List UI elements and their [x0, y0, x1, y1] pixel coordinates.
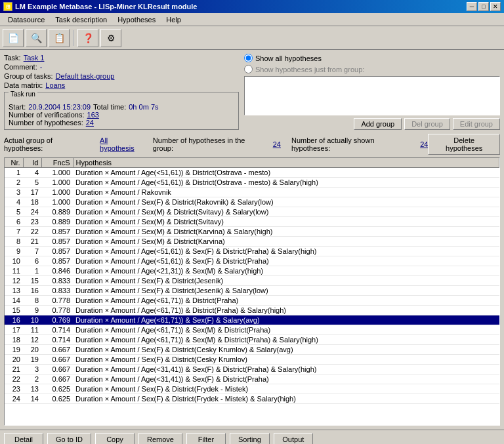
table-row[interactable]: 7220.857Duration × Amount / Sex(M) & Dis…: [5, 227, 499, 237]
table-row[interactable]: 20190.667Duration × Amount / Sex(F) & Di…: [5, 355, 499, 365]
add-group-button[interactable]: Add group: [354, 118, 402, 130]
table-row[interactable]: 6230.889Duration × Amount / Sex(M) & Dis…: [5, 217, 499, 227]
col-header-nr: Nr.: [5, 158, 23, 168]
table-row[interactable]: 1110.846Duration × Amount / Age(<21,31))…: [5, 266, 499, 276]
menu-help[interactable]: Help: [161, 14, 186, 25]
show-all-radio[interactable]: [244, 54, 253, 62]
group-textarea[interactable]: [244, 76, 500, 115]
cell-hyp: Duration × Amount / Sex(F) & District(Je…: [73, 276, 499, 286]
table-row[interactable]: 24140.625Duration × Amount / Sex(F) & Di…: [5, 394, 499, 404]
table-row[interactable]: 2220.667Duration × Amount / Age(<31,41))…: [5, 374, 499, 384]
table-row[interactable]: 16100.769Duration × Amount / Age(<61,71)…: [5, 315, 499, 325]
table-row[interactable]: 18120.714Duration × Amount / Age(<61,71)…: [5, 335, 499, 345]
table-row[interactable]: 4181.000Duration × Amount / Sex(F) & Dis…: [5, 197, 499, 207]
detail-button[interactable]: Detail: [4, 433, 43, 444]
table-row[interactable]: 8210.857Duration × Amount / Sex(M) & Dis…: [5, 237, 499, 247]
remove-button[interactable]: Remove: [138, 433, 182, 444]
cell-hyp: Duration × Amount / Rakovnik: [73, 188, 499, 197]
hyp-group-count-value[interactable]: 24: [273, 140, 281, 148]
hypotheses-table-container[interactable]: Nr. Id FncS Hypothesis 141.000Duration ×…: [4, 157, 500, 426]
actual-group-label: Actual group of hypotheses:: [4, 136, 89, 152]
toolbar-settings-button[interactable]: ⚙: [100, 29, 121, 47]
table-row[interactable]: 19200.667Duration × Amount / Sex(F) & Di…: [5, 345, 499, 355]
cell-hyp: Duration × Amount / Age(<61,71)) & Sex(M…: [73, 335, 499, 345]
cell-fncs: 0.778: [41, 296, 73, 306]
menu-hypotheses[interactable]: Hypotheses: [112, 14, 161, 25]
cell-id: 20: [23, 345, 41, 355]
hyp-count-label: Number of hypotheses:: [9, 119, 83, 127]
cell-hyp: Duration × Amount / Age(<61,71)) & Sex(M…: [73, 325, 499, 335]
show-all-label: Show all hypotheses: [255, 54, 322, 62]
table-row[interactable]: 12150.833Duration × Amount / Sex(F) & Di…: [5, 276, 499, 286]
maximize-button[interactable]: □: [478, 2, 489, 11]
window-title: LM Example Metabase - LISp-Miner KLResul…: [15, 3, 198, 10]
cell-nr: 3: [5, 188, 23, 197]
cell-id: 18: [23, 197, 41, 207]
output-button[interactable]: Output: [274, 433, 313, 444]
actual-group-value[interactable]: All hypothesis: [100, 136, 142, 152]
cell-hyp: Duration × Amount / Sex(F) & District(Je…: [73, 286, 499, 296]
table-row[interactable]: 13160.833Duration × Amount / Sex(F) & Di…: [5, 286, 499, 296]
cell-id: 19: [23, 355, 41, 365]
menu-datasource[interactable]: Datasource: [3, 14, 50, 25]
menu-task-description[interactable]: Task description: [50, 14, 112, 25]
cell-nr: 7: [5, 227, 23, 237]
table-row[interactable]: 1480.778Duration × Amount / Age(<61,71))…: [5, 296, 499, 306]
verif-value[interactable]: 163: [87, 111, 99, 119]
table-row[interactable]: 2130.667Duration × Amount / Age(<31,41))…: [5, 365, 499, 374]
cell-id: 5: [23, 178, 41, 188]
close-button[interactable]: ✕: [490, 2, 501, 11]
table-row[interactable]: 3171.000Duration × Amount / Rakovnik: [5, 188, 499, 197]
del-group-button[interactable]: Del group: [404, 118, 450, 130]
toolbar: 📄 🔍 📋 ❓ ⚙: [0, 26, 504, 50]
table-row[interactable]: 251.000Duration × Amount / Age(<51,61)) …: [5, 178, 499, 188]
show-group-label: Show hypotheses just from group:: [255, 66, 364, 73]
start-label: Start:: [9, 103, 26, 111]
toolbar-search-button[interactable]: 🔍: [26, 29, 47, 47]
cell-fncs: 0.889: [41, 207, 73, 217]
hyp-count-value[interactable]: 24: [86, 119, 94, 127]
cell-fncs: 1.000: [41, 197, 73, 207]
cell-nr: 8: [5, 237, 23, 247]
col-header-fncs: FncS: [41, 158, 73, 168]
table-row[interactable]: 23130.625Duration × Amount / Sex(F) & Di…: [5, 384, 499, 394]
show-group-radio[interactable]: [244, 65, 253, 73]
toolbar-help-button[interactable]: ❓: [77, 29, 98, 47]
table-row[interactable]: 141.000Duration × Amount / Age(<51,61)) …: [5, 168, 499, 178]
cell-fncs: 0.857: [41, 247, 73, 256]
cell-fncs: 0.714: [41, 325, 73, 335]
matrix-value[interactable]: Loans: [45, 81, 65, 89]
toolbar-copy-button[interactable]: 📋: [49, 29, 70, 47]
cell-nr: 13: [5, 286, 23, 296]
comment-label: Comment:: [4, 63, 37, 71]
task-value[interactable]: Task 1: [24, 54, 45, 62]
cell-fncs: 0.833: [41, 276, 73, 286]
table-row[interactable]: 17110.714Duration × Amount / Age(<61,71)…: [5, 325, 499, 335]
table-row[interactable]: 5240.889Duration × Amount / Sex(M) & Dis…: [5, 207, 499, 217]
cell-nr: 18: [5, 335, 23, 345]
copy-button[interactable]: Copy: [95, 433, 135, 444]
table-row[interactable]: 970.857Duration × Amount / Age(<51,61)) …: [5, 247, 499, 256]
toolbar-new-button[interactable]: 📄: [3, 29, 24, 47]
cell-fncs: 0.857: [41, 256, 73, 266]
table-row[interactable]: 1060.857Duration × Amount / Age(<51,61))…: [5, 256, 499, 266]
minimize-button[interactable]: ─: [467, 2, 477, 11]
cell-hyp: Duration × Amount / Age(<61,71)) & Distr…: [73, 296, 499, 306]
hyp-shown-value[interactable]: 24: [420, 140, 428, 148]
cell-fncs: 0.857: [41, 237, 73, 247]
cell-fncs: 0.714: [41, 335, 73, 345]
filter-button[interactable]: Filter: [186, 433, 226, 444]
app-icon: ⊞: [3, 2, 12, 11]
cell-nr: 14: [5, 296, 23, 306]
group-value[interactable]: Default task-group: [56, 72, 115, 80]
goto-id-button[interactable]: Go to ID: [47, 433, 91, 444]
sorting-button[interactable]: Sorting: [230, 433, 270, 444]
cell-fncs: 0.769: [41, 315, 73, 325]
group-label: Group of tasks:: [4, 72, 53, 80]
cell-id: 24: [23, 207, 41, 217]
table-row[interactable]: 1590.778Duration × Amount / Age(<61,71))…: [5, 306, 499, 315]
delete-hypotheses-button[interactable]: Delete hypotheses: [428, 134, 500, 155]
verif-label: Number of verifications:: [9, 111, 85, 119]
cell-fncs: 0.667: [41, 355, 73, 365]
edit-group-button[interactable]: Edit group: [453, 118, 500, 130]
